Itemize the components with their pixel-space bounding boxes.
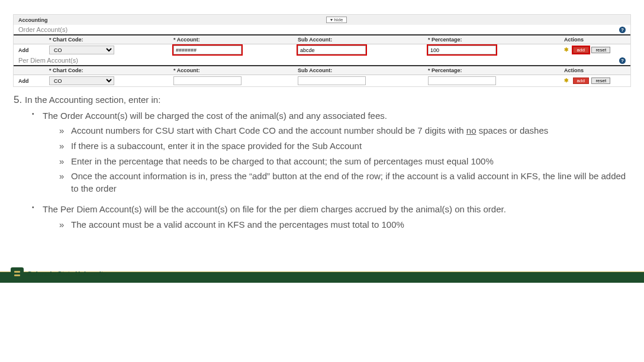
sub-account-input[interactable] <box>298 46 366 54</box>
header-actions: Actions <box>564 67 630 73</box>
header-percentage: Percentage: <box>428 67 564 73</box>
header-percentage: Percentage: <box>428 37 564 43</box>
header-account: Account: <box>173 37 298 43</box>
help-icon[interactable]: ? <box>619 27 626 33</box>
hide-button[interactable]: ▾ hide <box>326 17 347 23</box>
order-header-row: Chart Code: Account: Sub Account: Percen… <box>14 35 630 44</box>
sub-account-input[interactable] <box>298 76 366 85</box>
accounting-panel: Accounting ▾ hide Order Account(s) ? Cha… <box>13 14 631 87</box>
step-5-heading: In the Accounting section, enter in: <box>25 95 160 105</box>
step-5: In the Accounting section, enter in: The… <box>25 93 630 231</box>
required-star-icon: ✱ <box>564 77 569 83</box>
header-sub-account: Sub Account: <box>298 67 428 73</box>
header-chart-code: Chart Code: <box>49 67 173 73</box>
header-sub-account: Sub Account: <box>298 37 428 43</box>
header-actions: Actions <box>564 37 630 43</box>
account-input[interactable] <box>173 46 242 54</box>
help-icon[interactable]: ? <box>619 57 626 64</box>
percentage-input[interactable] <box>428 46 496 54</box>
order-intro-item: The Order Account(s) will be charged the… <box>28 110 630 195</box>
order-accounts-section-bar: Order Account(s) ? <box>14 25 630 35</box>
reset-button[interactable]: reset <box>591 77 610 84</box>
row-label-add: Add <box>14 78 49 84</box>
csu-logo-icon <box>11 267 24 280</box>
perdiem-header-row: Chart Code: Account: Sub Account: Percen… <box>14 66 630 75</box>
order-sub-1: Account numbers for CSU start with Chart… <box>56 125 630 137</box>
perdiem-accounts-label: Per Diem Account(s) <box>18 57 619 64</box>
footer: Colorado State University <box>0 265 644 283</box>
add-button[interactable]: add <box>573 47 589 53</box>
order-data-row: Add CO ✱ add reset <box>14 44 630 56</box>
university-name: Colorado State University <box>27 270 107 277</box>
order-sub-2: If there is a subaccount, enter it in th… <box>56 140 630 153</box>
perdiem-accounts-section-bar: Per Diem Account(s) ? <box>14 56 630 66</box>
chart-code-select[interactable]: CO <box>49 76 114 85</box>
order-sub-3: Enter in the percentage that needs to be… <box>56 156 630 168</box>
percentage-input[interactable] <box>428 76 496 85</box>
order-sub-4: Once the account information is in, pres… <box>56 170 630 195</box>
perdiem-data-row: Add CO ✱ add reset <box>14 75 630 86</box>
perdiem-sub-1: The account must be a valid account in K… <box>56 219 630 231</box>
panel-header: Accounting ▾ hide <box>14 15 630 25</box>
reset-button[interactable]: reset <box>591 47 610 53</box>
order-accounts-label: Order Account(s) <box>18 26 619 33</box>
account-input[interactable] <box>173 76 242 85</box>
panel-title: Accounting <box>18 17 48 23</box>
required-star-icon: ✱ <box>564 47 569 53</box>
header-account: Account: <box>173 67 298 73</box>
instructions-block: In the Accounting section, enter in: The… <box>0 87 644 231</box>
perdiem-intro-item: The Per Diem Account(s) will be the acco… <box>28 203 630 231</box>
chart-code-select[interactable]: CO <box>49 46 114 54</box>
row-label-add: Add <box>14 47 49 53</box>
header-chart-code: Chart Code: <box>49 37 173 43</box>
add-button[interactable]: add <box>573 77 589 84</box>
